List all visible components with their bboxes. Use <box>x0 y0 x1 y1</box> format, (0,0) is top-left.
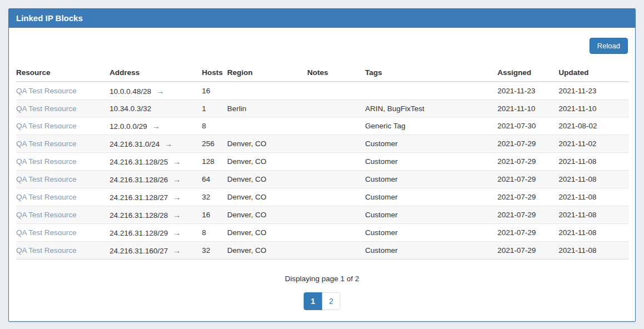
assigned-value: 2021-07-30 <box>498 117 559 135</box>
table-body: QA Test Resource 10.0.0.48/28→ 16 2021-1… <box>16 82 629 260</box>
resource-link[interactable]: QA Test Resource <box>16 104 77 113</box>
hosts-value: 16 <box>202 206 227 224</box>
hosts-value: 16 <box>202 82 227 100</box>
resource-link[interactable]: QA Test Resource <box>16 122 77 130</box>
resource-link[interactable]: QA Test Resource <box>16 228 77 237</box>
assigned-value: 2021-07-29 <box>498 188 559 206</box>
tags-value: ARIN, BugFixTest <box>365 100 498 117</box>
table-row: QA Test Resource 10.0.0.48/28→ 16 2021-1… <box>16 82 629 100</box>
page-summary: Displaying page 1 of 2 <box>16 275 628 283</box>
region-value: Denver, CO <box>227 135 308 153</box>
table-row: QA Test Resource 24.216.31.128/29→ 8 Den… <box>16 224 629 242</box>
region-value <box>227 82 308 100</box>
region-value: Denver, CO <box>227 188 308 206</box>
panel-header: Linked IP Blocks <box>9 9 635 28</box>
hosts-value: 32 <box>202 188 227 206</box>
panel-title: Linked IP Blocks <box>16 13 83 23</box>
resource-link[interactable]: QA Test Resource <box>16 246 77 255</box>
updated-value: 2021-11-08 <box>559 188 629 206</box>
table-row: QA Test Resource 24.216.31.0/24→ 256 Den… <box>16 135 629 153</box>
region-value: Denver, CO <box>227 224 308 242</box>
table-header: Resource Address Hosts Region Notes Tags… <box>16 64 629 82</box>
hosts-value: 256 <box>202 135 227 153</box>
forward-arrow-icon[interactable]: → <box>165 139 172 148</box>
hosts-value: 32 <box>202 242 227 260</box>
address-value: 10.34.0.3/32 <box>110 104 151 113</box>
column-header-resource: Resource <box>16 64 110 82</box>
tags-value: Customer <box>365 224 498 242</box>
region-value: Denver, CO <box>227 242 308 260</box>
table-row: QA Test Resource 12.0.0.0/29→ 8 Generic … <box>16 117 629 135</box>
panel-body: Reload Resource Address Hosts Region Not… <box>9 28 635 318</box>
updated-value: 2021-11-10 <box>559 100 629 117</box>
notes-value <box>308 188 365 206</box>
notes-value <box>308 206 365 224</box>
toolbar: Reload <box>16 38 628 54</box>
tags-value: Customer <box>365 206 498 224</box>
page-button[interactable]: 1 <box>304 292 323 310</box>
updated-value: 2021-11-23 <box>559 82 629 100</box>
forward-arrow-icon[interactable]: → <box>173 193 181 202</box>
table-row: QA Test Resource 24.216.31.128/25→ 128 D… <box>16 153 629 171</box>
tags-value: Customer <box>365 153 498 171</box>
assigned-value: 2021-11-23 <box>498 82 559 100</box>
address-value: 24.216.31.128/27 <box>110 193 168 202</box>
table-row: QA Test Resource 10.34.0.3/32 1 Berlin A… <box>16 100 629 117</box>
page-button[interactable]: 2 <box>322 292 341 310</box>
column-header-region: Region <box>227 64 308 82</box>
forward-arrow-icon[interactable]: → <box>173 157 181 166</box>
notes-value <box>308 135 365 153</box>
column-header-tags: Tags <box>365 64 498 82</box>
tags-value: Customer <box>365 135 498 153</box>
pagination: 12 <box>16 292 628 310</box>
column-header-notes: Notes <box>308 64 365 82</box>
notes-value <box>308 224 365 242</box>
resource-link[interactable]: QA Test Resource <box>16 175 77 183</box>
updated-value: 2021-11-08 <box>559 153 629 171</box>
address-value: 10.0.0.48/28 <box>110 87 151 96</box>
updated-value: 2021-08-02 <box>559 117 629 135</box>
resource-link[interactable]: QA Test Resource <box>16 87 77 95</box>
tags-value: Customer <box>365 171 498 188</box>
assigned-value: 2021-07-29 <box>498 206 559 224</box>
hosts-value: 8 <box>202 224 227 242</box>
updated-value: 2021-11-08 <box>559 171 629 188</box>
address-value: 24.216.31.128/26 <box>110 176 168 184</box>
tags-value <box>365 82 498 100</box>
region-value: Berlin <box>227 100 308 117</box>
region-value: Denver, CO <box>227 171 308 188</box>
resource-link[interactable]: QA Test Resource <box>16 193 77 201</box>
resource-link[interactable]: QA Test Resource <box>16 211 77 219</box>
forward-arrow-icon[interactable]: → <box>173 175 181 184</box>
region-value <box>227 117 308 135</box>
assigned-value: 2021-07-29 <box>498 171 559 188</box>
hosts-value: 128 <box>202 153 227 171</box>
address-value: 12.0.0.0/29 <box>110 122 147 131</box>
hosts-value: 64 <box>202 171 227 188</box>
address-value: 24.216.31.128/25 <box>110 158 168 166</box>
hosts-value: 1 <box>202 100 227 117</box>
table-row: QA Test Resource 24.216.31.128/27→ 32 De… <box>16 188 629 206</box>
notes-value <box>308 82 365 100</box>
forward-arrow-icon[interactable]: → <box>173 246 181 255</box>
notes-value <box>308 242 365 260</box>
assigned-value: 2021-07-29 <box>498 153 559 171</box>
notes-value <box>308 171 365 188</box>
address-value: 24.216.31.128/29 <box>110 229 168 237</box>
notes-value <box>308 117 365 135</box>
resource-link[interactable]: QA Test Resource <box>16 157 77 166</box>
forward-arrow-icon[interactable]: → <box>156 87 164 96</box>
table-row: QA Test Resource 24.216.31.128/26→ 64 De… <box>16 171 629 188</box>
reload-button[interactable]: Reload <box>589 38 628 54</box>
tags-value: Customer <box>365 242 498 260</box>
forward-arrow-icon[interactable]: → <box>152 122 160 131</box>
resource-link[interactable]: QA Test Resource <box>16 139 77 148</box>
column-header-address: Address <box>110 64 202 82</box>
assigned-value: 2021-07-29 <box>498 135 559 153</box>
address-value: 24.216.31.0/24 <box>110 140 160 148</box>
forward-arrow-icon[interactable]: → <box>173 228 181 237</box>
assigned-value: 2021-07-29 <box>498 224 559 242</box>
notes-value <box>308 153 365 171</box>
updated-value: 2021-11-08 <box>559 224 629 242</box>
forward-arrow-icon[interactable]: → <box>173 211 181 220</box>
